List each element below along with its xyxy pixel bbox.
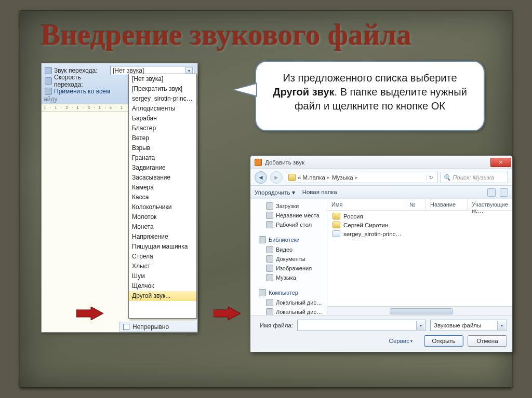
- app-icon: [255, 159, 262, 166]
- speed-label: Скорость перехода:: [54, 74, 108, 88]
- continuous-label: Непрерывно: [132, 323, 169, 331]
- nav-head-label[interactable]: Библиотеки: [269, 237, 300, 243]
- nav-item-label[interactable]: Видео: [276, 246, 292, 253]
- powerpoint-transition-panel: Звук перехода: [Нет звука] ▾ Скорость пе…: [41, 63, 198, 333]
- col-name[interactable]: Имя: [327, 199, 405, 210]
- new-folder-button[interactable]: Новая папка: [302, 189, 337, 196]
- dd-opt[interactable]: [Нет звука]: [129, 74, 196, 84]
- disk-icon: [266, 299, 273, 306]
- dialog-bottom-panel: Имя файла: ▾ Звуковые файлы ▾ Сервис ▾ О…: [250, 315, 512, 352]
- folder-icon: [332, 222, 340, 228]
- file-columns-header[interactable]: Имя № Название Участвующие ис…: [327, 199, 512, 211]
- dd-opt[interactable]: Бластер: [129, 123, 196, 133]
- nav-item-label[interactable]: Изображения: [276, 265, 312, 271]
- crumb-item[interactable]: Музыка: [332, 174, 353, 181]
- filename-input[interactable]: ▾: [297, 320, 426, 331]
- slide-surface: Внедрение звукового файла Из предложенно…: [20, 10, 512, 388]
- tab-hint: айду: [44, 95, 57, 103]
- dd-opt[interactable]: [Прекратить звук]: [129, 84, 196, 94]
- search-input[interactable]: 🔍 Поиск: Музыка: [441, 172, 508, 183]
- apply-icon: [45, 88, 52, 95]
- dd-opt-other-sound[interactable]: Другой звук...: [129, 291, 196, 301]
- view-icon[interactable]: [487, 188, 496, 197]
- callout-bold: Другой звук: [273, 86, 334, 98]
- refresh-icon[interactable]: ↻: [427, 175, 435, 180]
- nav-item-label[interactable]: Локальный дис…: [276, 299, 322, 306]
- organize-menu[interactable]: Упорядочить ▾: [255, 189, 295, 196]
- dd-opt[interactable]: Ветер: [129, 133, 196, 143]
- sound-dropdown-list[interactable]: [Нет звука] [Прекратить звук] sergey_sir…: [128, 74, 197, 319]
- dd-opt[interactable]: Камера: [129, 183, 196, 193]
- music-icon: [266, 274, 273, 281]
- dd-opt[interactable]: Взрыв: [129, 143, 196, 153]
- dialog-body: Загрузки Недавние места Рабочий стол Биб…: [250, 199, 512, 315]
- audio-icon: [332, 230, 340, 237]
- nav-pane[interactable]: Загрузки Недавние места Рабочий стол Биб…: [250, 199, 327, 315]
- forward-button[interactable]: ►: [270, 171, 283, 184]
- downloads-icon: [266, 202, 273, 210]
- chevron-down-icon[interactable]: ▾: [497, 321, 506, 330]
- callout-pointer: [231, 83, 256, 103]
- dd-opt[interactable]: Хлыст: [129, 262, 196, 271]
- col-title[interactable]: Название: [426, 199, 468, 210]
- nav-item-label[interactable]: Локальный дис…: [276, 309, 322, 315]
- file-list[interactable]: Россия Сергей Сиротин sergey_sirotin-pri…: [327, 211, 512, 306]
- dialog-toolbar: Упорядочить ▾ Новая папка: [250, 186, 512, 199]
- disk-icon: [266, 308, 273, 315]
- cancel-button[interactable]: Отмена: [468, 335, 507, 347]
- dd-opt[interactable]: Граната: [129, 153, 196, 163]
- video-icon: [266, 246, 273, 253]
- dialog-titlebar[interactable]: Добавить звук ✕: [250, 156, 512, 169]
- service-menu[interactable]: Сервис ▾: [389, 338, 413, 344]
- dd-opt[interactable]: Монета: [129, 222, 196, 232]
- file-name: sergey_sirotin-princ…: [343, 231, 402, 237]
- dd-opt[interactable]: Засасывание: [129, 173, 196, 183]
- breadcrumb[interactable]: « М.папка▸ Музыка▸ ↻: [286, 172, 437, 183]
- dd-opt[interactable]: Аплодисменты: [129, 104, 196, 114]
- dd-opt[interactable]: Колокольчики: [129, 202, 196, 212]
- filetype-dropdown[interactable]: Звуковые файлы ▾: [430, 320, 507, 331]
- continuous-row[interactable]: Непрерывно: [119, 322, 197, 332]
- list-item[interactable]: Россия: [327, 212, 512, 221]
- nav-head-label[interactable]: Компьютер: [269, 290, 298, 296]
- dd-opt[interactable]: Стрела: [129, 252, 196, 262]
- nav-item-label[interactable]: Рабочий стол: [276, 222, 312, 228]
- dd-opt[interactable]: Шум: [129, 271, 196, 281]
- sound-label: Звук перехода:: [54, 67, 108, 74]
- apply-all-link[interactable]: Применить ко всем: [54, 88, 110, 95]
- nav-item-label[interactable]: Загрузки: [276, 203, 299, 209]
- chevron-down-icon[interactable]: ▾: [416, 321, 424, 330]
- dialog-title: Добавить звук: [265, 159, 304, 166]
- file-open-dialog: Добавить звук ✕ ◄ ► « М.папка▸ Музыка▸ ↻…: [250, 155, 513, 352]
- chevron-down-icon[interactable]: ▾: [185, 67, 193, 74]
- col-num[interactable]: №: [405, 199, 426, 210]
- dd-opt[interactable]: Молоток: [129, 212, 196, 222]
- nav-item-label[interactable]: Документы: [276, 256, 305, 262]
- folder-icon: [288, 174, 296, 181]
- documents-icon: [266, 255, 273, 263]
- svg-marker-0: [76, 307, 103, 320]
- list-item[interactable]: Сергей Сиротин: [327, 221, 512, 229]
- dd-opt[interactable]: sergey_sirotin-princess.wav: [129, 94, 196, 104]
- dd-opt[interactable]: Барабан: [129, 114, 196, 123]
- crumb-item[interactable]: « М.папка: [298, 174, 325, 181]
- nav-item-label[interactable]: Музыка: [276, 275, 296, 281]
- filetype-label: Звуковые файлы: [434, 322, 481, 328]
- dd-opt[interactable]: Задвигание: [129, 163, 196, 173]
- open-button[interactable]: Открыть: [424, 335, 463, 347]
- dd-opt[interactable]: Пишущая машинка: [129, 242, 196, 252]
- dd-opt[interactable]: Касса: [129, 193, 196, 202]
- file-name: Россия: [343, 213, 363, 219]
- file-name: Сергей Сиротин: [343, 222, 388, 228]
- nav-item-label[interactable]: Недавние места: [276, 212, 320, 218]
- back-button[interactable]: ◄: [255, 171, 267, 184]
- dd-opt[interactable]: Напряжение: [129, 232, 196, 242]
- list-item[interactable]: sergey_sirotin-princ…: [327, 229, 512, 238]
- dialog-nav-row: ◄ ► « М.папка▸ Музыка▸ ↻ 🔍 Поиск: Музыка: [250, 169, 512, 186]
- dd-opt[interactable]: Щелчок: [129, 281, 196, 291]
- horizontal-scrollbar[interactable]: [327, 306, 512, 315]
- help-icon[interactable]: [500, 188, 508, 197]
- close-icon[interactable]: ✕: [490, 158, 511, 167]
- col-artists[interactable]: Участвующие ис…: [468, 199, 512, 210]
- continuous-checkbox[interactable]: [123, 324, 129, 330]
